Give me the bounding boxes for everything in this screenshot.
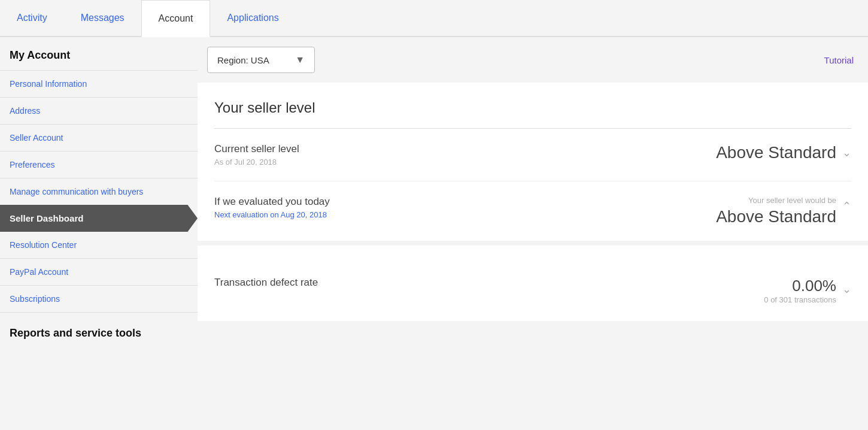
current-seller-level-date: As of Jul 20, 2018: [214, 158, 299, 166]
content-top-bar: Region: USA ▼ Tutorial: [198, 47, 868, 83]
current-seller-level-chevron-down-icon[interactable]: ⌄: [842, 146, 851, 159]
reports-title: Reports and service tools: [0, 313, 198, 348]
top-nav: Activity Messages Account Applications: [0, 0, 868, 37]
evaluated-today-date: Next evaluation on Aug 20, 2018: [214, 210, 330, 219]
sidebar: My Account Personal Information Address …: [0, 37, 198, 430]
sidebar-item-subscriptions[interactable]: Subscriptions: [0, 285, 198, 313]
tab-account[interactable]: Account: [141, 0, 211, 37]
transaction-card: Transaction defect rate 0.00% 0 of 301 t…: [198, 246, 868, 321]
sidebar-item-resolution-center[interactable]: Resolution Center: [0, 232, 198, 258]
sidebar-item-preferences[interactable]: Preferences: [0, 151, 198, 178]
evaluated-today-sub: Your seller level would be: [748, 196, 836, 205]
seller-level-title: Your seller level: [214, 99, 851, 128]
my-account-title: My Account: [0, 49, 198, 70]
transaction-count: 0 of 301 transactions: [764, 295, 836, 304]
tab-applications[interactable]: Applications: [210, 0, 295, 36]
transaction-label: Transaction defect rate: [214, 277, 318, 289]
transaction-defect-row: Transaction defect rate 0.00% 0 of 301 t…: [214, 262, 851, 321]
tutorial-link[interactable]: Tutorial: [824, 55, 854, 65]
evaluated-today-row: If we evaluated you today Next evaluatio…: [214, 181, 851, 241]
seller-level-card: Your seller level Current seller level A…: [198, 83, 868, 241]
region-selector[interactable]: Region: USA ▼: [207, 47, 315, 73]
transaction-rate-value: 0.00%: [764, 277, 836, 295]
sidebar-item-manage-communication[interactable]: Manage communication with buyers: [0, 178, 198, 205]
main-content: Region: USA ▼ Tutorial Your seller level…: [198, 37, 868, 430]
region-label: Region: USA: [217, 55, 269, 65]
current-seller-level-label: Current seller level: [214, 143, 299, 155]
sidebar-item-address[interactable]: Address: [0, 97, 198, 124]
sidebar-item-personal-information[interactable]: Personal Information: [0, 70, 198, 97]
evaluated-today-chevron-up-icon[interactable]: ⌃: [842, 199, 851, 213]
region-chevron-down-icon: ▼: [295, 54, 305, 65]
transaction-chevron-down-icon[interactable]: ⌄: [842, 283, 851, 296]
main-layout: My Account Personal Information Address …: [0, 37, 868, 430]
evaluated-today-label: If we evaluated you today: [214, 196, 330, 208]
sidebar-item-paypal-account[interactable]: PayPal Account: [0, 258, 198, 285]
evaluated-today-value: Above Standard: [716, 207, 836, 226]
sidebar-item-seller-dashboard[interactable]: Seller Dashboard: [0, 205, 198, 232]
sidebar-item-seller-account[interactable]: Seller Account: [0, 124, 198, 151]
current-seller-level-value: Above Standard: [716, 143, 836, 162]
current-seller-level-row: Current seller level As of Jul 20, 2018 …: [214, 129, 851, 181]
tab-messages[interactable]: Messages: [64, 0, 141, 36]
tab-activity[interactable]: Activity: [0, 0, 64, 36]
